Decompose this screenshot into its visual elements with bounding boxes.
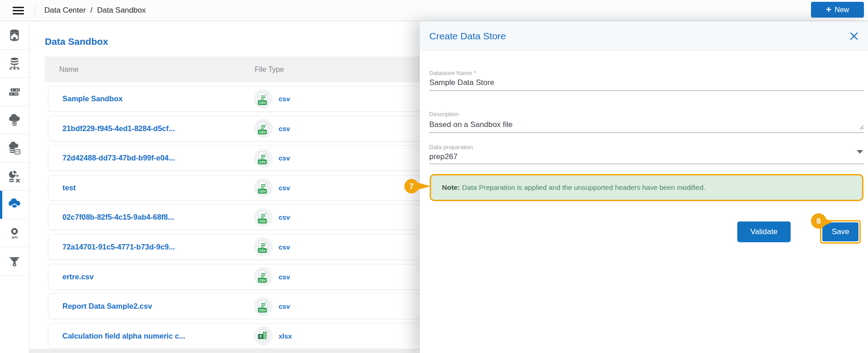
database-network-icon [8,56,21,70]
file-type-cell: CSV X csv [254,175,290,200]
column-header-name: Name [59,56,79,82]
svg-text:CSV: CSV [259,130,266,134]
file-type-link[interactable]: csv [279,273,290,281]
sidebar-item-data-transform[interactable] [0,163,29,191]
file-type-link[interactable]: csv [279,243,290,251]
svg-text:X: X [259,334,262,339]
xlsx-file-icon: X [254,326,273,345]
file-name-link[interactable]: Report Data Sample2.csv [62,294,152,319]
svg-text:CSV: CSV [259,249,266,253]
file-name-link[interactable]: Sample Sandbox [62,86,123,111]
file-name-link[interactable]: test [62,175,76,200]
note-text: Data Preparation is applied and the unsu… [462,184,706,192]
sidebar: </> API [0,21,29,353]
annotation-step-8: 8 [811,213,833,233]
file-type-cell: CSV X csv [254,294,290,319]
csv-file-icon: CSV [254,297,273,316]
file-type-link[interactable]: csv [279,154,290,162]
sidebar-item-data-quality[interactable] [0,247,29,276]
file-type-link[interactable]: csv [279,184,290,192]
drawer-title: Create Data Store [429,21,506,51]
description-label: Description [429,111,459,118]
topbar-divider [35,5,35,17]
new-button[interactable]: + New [811,2,864,18]
sidebar-item-cloud-database[interactable] [0,106,29,135]
resize-grip-icon[interactable] [858,123,864,130]
file-type-cell: CSV X csv [254,116,290,141]
file-type-cell: CSV X xlsx [254,324,292,348]
validate-button[interactable]: Validate [737,221,791,242]
database-home-icon [8,28,21,42]
data-preparation-select[interactable]: prep267 [429,152,457,161]
svg-text:CSV: CSV [259,308,266,312]
note-banner: Note: Data Preparation is applied and th… [430,174,863,201]
svg-text:</>: </> [15,150,20,153]
close-icon[interactable] [849,32,859,41]
csv-file-icon: CSV [254,119,273,138]
breadcrumb-data-sandbox[interactable]: Data Sandbox [97,6,146,15]
description-underline [429,132,864,133]
api-gear-icon: API [8,226,21,240]
file-type-cell: CSV X csv [254,264,290,289]
datastore-name-underline [429,90,864,91]
sidebar-item-database-connections[interactable] [0,50,29,78]
sidebar-item-data-servers[interactable] [0,78,29,106]
file-type-link[interactable]: xlsx [279,332,292,340]
svg-text:7: 7 [410,183,414,190]
column-header-file-type: File Type [255,56,284,82]
chevron-down-icon[interactable] [857,150,863,154]
datastore-name-input[interactable]: Sample Data Store [429,78,494,87]
csv-file-icon: CSV [254,149,273,168]
file-name-link[interactable]: 02c7f08b-82f5-4c15-9ab4-68f8... [62,205,174,230]
svg-text:CSV: CSV [259,100,266,104]
breadcrumb-separator: / [90,6,93,15]
annotation-step-7: 7 [404,179,432,194]
cloud-database-code-icon: </> [8,141,21,155]
top-bar: Data Center / Data Sandbox + New [0,0,868,21]
drawer-header: Create Data Store [420,21,868,51]
csv-file-icon: CSV [254,208,273,227]
file-name-link[interactable]: 72d42488-dd73-47bd-b99f-e04... [62,146,175,170]
file-type-cell: CSV X csv [254,235,290,259]
svg-text:CSV: CSV [259,278,266,282]
page-title: Data Sandbox [45,36,108,47]
sidebar-item-data-center[interactable] [0,21,29,50]
menu-icon[interactable] [13,7,24,14]
file-name-link[interactable]: 21bdf229-f945-4ed1-8284-d5cf... [62,116,175,141]
csv-file-icon: CSV [254,178,273,197]
sidebar-item-api-management[interactable]: API [0,219,29,248]
file-type-cell: CSV X csv [254,146,290,170]
file-name-link[interactable]: ertre.csv [62,264,94,289]
data-preparation-underline [429,164,864,164]
csv-file-icon: CSV [254,237,273,256]
file-type-cell: CSV X csv [254,86,290,111]
file-name-link[interactable]: Calculation field alpha numeric c... [62,324,185,348]
breadcrumb-data-center[interactable]: Data Center [44,6,86,15]
svg-text:CSV: CSV [259,189,266,193]
plus-icon: + [826,5,831,14]
file-name-link[interactable]: 72a14701-91c5-4771-b73d-9c9... [62,235,175,259]
breadcrumb: Data Center / Data Sandbox [44,0,146,21]
file-type-cell: CSV X csv [254,205,290,230]
svg-text:8: 8 [816,217,821,226]
description-input[interactable]: Based on a Sandbox file [429,120,512,129]
svg-text:API: API [11,236,17,240]
create-data-store-panel: Create Data Store Datastore Name * Sampl… [420,21,868,353]
data-transform-icon [8,169,21,183]
data-preparation-label: Data preparation [429,144,473,151]
csv-file-icon: CSV [254,89,273,108]
cloud-database-icon [8,113,21,127]
funnel-gear-icon [8,254,21,268]
note-prefix: Note: [442,184,460,192]
file-type-link[interactable]: csv [279,213,290,221]
file-type-link[interactable]: csv [279,95,290,103]
cloud-sandbox-icon [8,198,21,212]
sidebar-item-cloud-database-code[interactable]: </> [0,134,29,163]
file-type-link[interactable]: csv [279,125,290,132]
csv-file-icon: CSV [254,267,273,286]
sidebar-item-data-sandbox[interactable] [0,191,29,219]
server-rack-icon [8,85,21,99]
file-type-link[interactable]: csv [279,302,290,310]
svg-text:CSV: CSV [259,160,266,164]
datastore-name-label: Datastore Name * [429,70,476,76]
